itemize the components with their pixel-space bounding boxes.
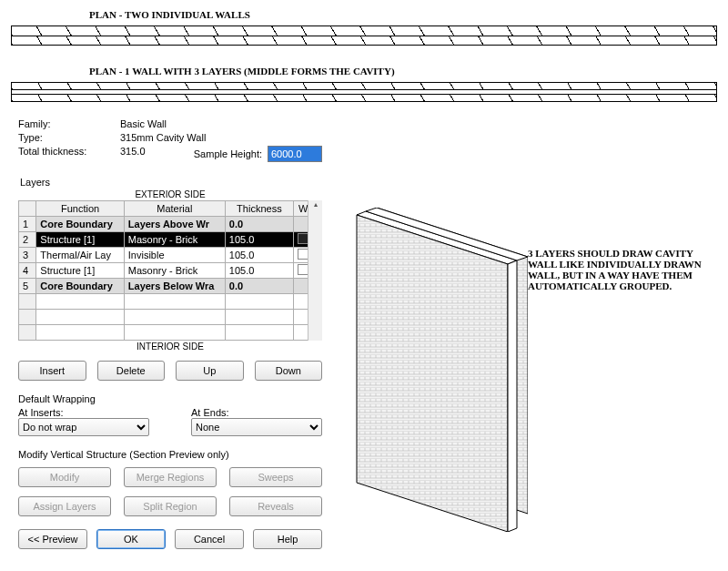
plan-label-one-wall: PLAN - 1 WALL WITH 3 LAYERS (MIDDLE FORM… bbox=[89, 66, 728, 76]
cell-material[interactable]: Masonry - Brick bbox=[124, 232, 225, 248]
cell-function[interactable]: Core Boundary bbox=[36, 279, 125, 294]
sample-height-input[interactable] bbox=[268, 146, 322, 162]
cell-thickness[interactable]: 0.0 bbox=[225, 279, 293, 294]
help-button[interactable]: Help bbox=[253, 529, 322, 549]
wall-3d-preview bbox=[346, 208, 528, 532]
cell-thickness[interactable]: 105.0 bbox=[225, 263, 293, 279]
plan-two-walls bbox=[11, 25, 717, 46]
cancel-button[interactable]: Cancel bbox=[175, 529, 244, 549]
col-function: Function bbox=[36, 201, 125, 217]
interior-side-label: INTERIOR SIDE bbox=[18, 342, 322, 352]
cell-material[interactable]: Masonry - Brick bbox=[124, 263, 225, 279]
cell-thickness[interactable]: 105.0 bbox=[225, 248, 293, 263]
row-number: 4 bbox=[19, 263, 36, 279]
cell-function[interactable]: Core Boundary bbox=[36, 217, 125, 232]
svg-marker-4 bbox=[508, 260, 517, 532]
sample-height-label: Sample Height: bbox=[194, 148, 262, 159]
row-number: 2 bbox=[19, 232, 36, 248]
col-material: Material bbox=[124, 201, 225, 217]
split-region-button: Split Region bbox=[124, 496, 217, 516]
down-button[interactable]: Down bbox=[255, 361, 323, 381]
svg-marker-3 bbox=[357, 215, 508, 532]
cell-thickness[interactable]: 0.0 bbox=[225, 217, 293, 232]
layers-table[interactable]: Function Material Thickness Wra 1Core Bo… bbox=[18, 200, 322, 341]
table-row[interactable]: 4Structure [1]Masonry - Brick105.0 bbox=[19, 263, 322, 279]
at-inserts-label: At Inserts: bbox=[18, 407, 149, 418]
merge-regions-button: Merge Regions bbox=[124, 467, 217, 487]
table-row[interactable]: 3Thermal/Air LayInvisible105.0 bbox=[19, 248, 322, 263]
sweeps-button: Sweeps bbox=[229, 467, 322, 487]
at-ends-select[interactable]: None bbox=[191, 418, 322, 436]
at-ends-label: At Ends: bbox=[191, 407, 322, 418]
assign-layers-button: Assign Layers bbox=[18, 496, 111, 516]
scrollbar[interactable]: ▴ bbox=[308, 200, 322, 341]
cell-function[interactable]: Structure [1] bbox=[36, 263, 125, 279]
cell-function[interactable]: Structure [1] bbox=[36, 232, 125, 248]
cell-material[interactable]: Invisible bbox=[124, 248, 225, 263]
reveals-button: Reveals bbox=[229, 496, 322, 516]
plan-one-wall bbox=[11, 82, 717, 102]
preview-button[interactable]: << Preview bbox=[18, 529, 87, 549]
row-number: 5 bbox=[19, 279, 36, 294]
thickness-label: Total thickness: bbox=[18, 146, 120, 162]
ok-button[interactable]: OK bbox=[96, 529, 166, 549]
type-value: 315mm Cavity Wall bbox=[120, 132, 206, 143]
modify-title: Modify Vertical Structure (Section Previ… bbox=[18, 449, 322, 460]
edit-assembly-dialog: Family: Basic Wall Type: 315mm Cavity Wa… bbox=[9, 115, 331, 558]
type-label: Type: bbox=[18, 132, 120, 143]
cell-material[interactable]: Layers Below Wra bbox=[124, 279, 225, 294]
wrapping-title: Default Wrapping bbox=[18, 393, 322, 404]
at-inserts-select[interactable]: Do not wrap bbox=[18, 418, 149, 436]
up-button[interactable]: Up bbox=[176, 361, 244, 381]
table-row[interactable]: 5Core BoundaryLayers Below Wra0.0 bbox=[19, 279, 322, 294]
insert-button[interactable]: Insert bbox=[18, 361, 86, 381]
family-value: Basic Wall bbox=[120, 118, 167, 129]
col-thickness: Thickness bbox=[225, 201, 293, 217]
row-number: 1 bbox=[19, 217, 36, 232]
exterior-side-label: EXTERIOR SIDE bbox=[18, 189, 322, 199]
col-rownum bbox=[19, 201, 36, 217]
cell-function[interactable]: Thermal/Air Lay bbox=[36, 248, 125, 263]
layers-title: Layers bbox=[20, 177, 322, 188]
table-row[interactable]: 2Structure [1]Masonry - Brick105.0 bbox=[19, 232, 322, 248]
plan-label-two-walls: PLAN - TWO INDIVIDUAL WALLS bbox=[89, 9, 728, 20]
thickness-value: 315.0 bbox=[120, 146, 146, 162]
delete-button[interactable]: Delete bbox=[97, 361, 166, 381]
scroll-up-icon[interactable]: ▴ bbox=[308, 200, 322, 209]
cell-material[interactable]: Layers Above Wr bbox=[124, 217, 225, 232]
family-label: Family: bbox=[18, 118, 120, 129]
table-row[interactable]: 1Core BoundaryLayers Above Wr0.0 bbox=[19, 217, 322, 232]
annotation-text: 3 LAYERS SHOULD DRAW CAVITY WALL LIKE IN… bbox=[528, 248, 710, 291]
row-number: 3 bbox=[19, 248, 36, 263]
cell-thickness[interactable]: 105.0 bbox=[225, 232, 293, 248]
modify-button: Modify bbox=[18, 467, 111, 487]
